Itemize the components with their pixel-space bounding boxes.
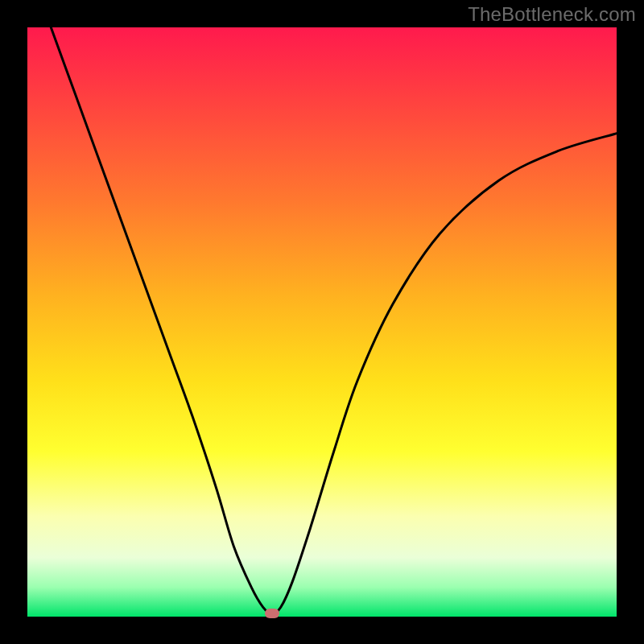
- optimum-marker: [265, 609, 279, 618]
- bottleneck-curve: [27, 27, 617, 617]
- plot-area: [27, 27, 617, 617]
- chart-frame: TheBottleneck.com: [0, 0, 644, 644]
- watermark-text: TheBottleneck.com: [468, 3, 636, 26]
